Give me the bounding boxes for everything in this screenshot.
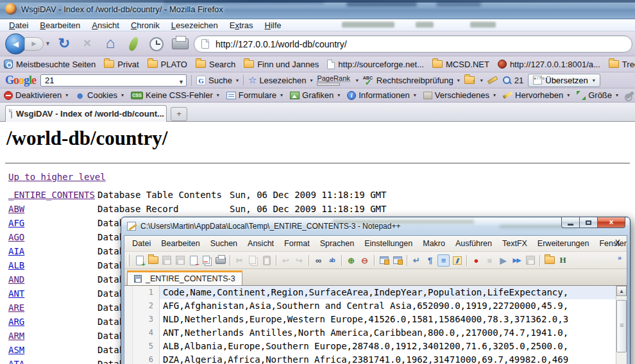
scrollbar-thumb[interactable]	[616, 300, 627, 352]
np-menu-einstellungen[interactable]: Einstellungen	[359, 238, 418, 249]
listing-link[interactable]: ATA	[8, 359, 24, 364]
redo-icon[interactable]: ↪	[293, 254, 305, 267]
editor-line[interactable]: 2AFG,Afghanistan,Asia,Southern and Centr…	[133, 299, 616, 313]
np-menu-datei[interactable]: Datei	[127, 238, 156, 249]
editor-line[interactable]: 1Code,Name,Continent,Region,SurfaceArea,…	[133, 286, 616, 299]
google-bookmarks-button[interactable]: ☆Lesezeichen▾	[248, 74, 312, 86]
new-file-icon[interactable]: +	[133, 254, 146, 267]
editor-scrollbar[interactable]: ▲	[616, 286, 627, 364]
paste-icon[interactable]	[260, 254, 273, 267]
webdev-item-outline[interactable]: Hervorheben▾	[503, 90, 570, 100]
notepad-menu-close[interactable]: X	[615, 238, 620, 247]
leaf-extension-icon[interactable]	[128, 36, 140, 52]
toolbar-overflow-icon[interactable]: »	[618, 254, 622, 261]
find-icon[interactable]: ∞	[312, 254, 325, 267]
np-menu-suchen[interactable]: Suchen	[205, 238, 242, 249]
open-containing-folder-icon[interactable]	[543, 254, 555, 267]
listing-link[interactable]: AFG	[8, 218, 24, 228]
np-menu-makro[interactable]: Makro	[418, 238, 450, 249]
play-macro-icon[interactable]: ▶	[497, 254, 509, 267]
np-menu-fenster[interactable]: Fenster	[594, 238, 631, 249]
editor-line[interactable]: 6DZA,Algeria,Africa,Northern Africa,2381…	[133, 353, 616, 364]
stop-button[interactable]: ×	[78, 35, 96, 51]
editor-line[interactable]: 5ALB,Albania,Europe,Southern Europe,2874…	[133, 340, 616, 353]
zoom-in-icon[interactable]: ⊕	[345, 254, 357, 267]
np-menu-textfx[interactable]: TextFX	[497, 238, 532, 249]
maximize-button[interactable]	[579, 217, 597, 228]
save-all-icon[interactable]	[174, 254, 186, 267]
bookmark-item[interactable]: MCSD.NET	[432, 60, 489, 69]
reload-button[interactable]: ↻	[55, 35, 73, 52]
cut-icon[interactable]: ✂	[233, 254, 246, 267]
listing-link[interactable]: AIA	[8, 246, 24, 256]
listing-link[interactable]: ANT	[8, 288, 24, 299]
np-menu-bearbeiten[interactable]: Bearbeiten	[156, 238, 205, 249]
chevron-down-icon[interactable]: ▾	[480, 78, 483, 83]
listing-link[interactable]: AGO	[8, 232, 24, 242]
np-menu-?[interactable]: ?	[632, 238, 635, 249]
webdev-item-css[interactable]: CSSKeine CSS-Fehler▾	[131, 90, 219, 100]
replace-icon[interactable]: ab	[326, 254, 338, 267]
listing-link[interactable]: ASM	[8, 345, 24, 355]
notepad-window[interactable]: C:\Users\Martin\AppData\Local\Temp\_ENTI…	[121, 217, 631, 364]
listing-link[interactable]: ABW	[8, 204, 24, 214]
webdev-item-forms[interactable]: Formulare▾	[226, 90, 283, 100]
np-menu-sprachen[interactable]: Sprachen	[315, 238, 360, 249]
np-menu-erweiterungen[interactable]: Erweiterungen	[532, 238, 595, 249]
show-symbols-icon[interactable]: ¶	[424, 254, 436, 267]
bookmark-item[interactable]: http://127.0.0.1:8001/a...	[498, 60, 600, 69]
np-menu-ansicht[interactable]: Ansicht	[242, 238, 279, 249]
listing-link[interactable]: _ENTIRE_CONTENTS	[8, 190, 95, 200]
save-macro-icon[interactable]	[524, 254, 536, 267]
run-macro-multi-icon[interactable]: ▶▶	[511, 254, 523, 267]
listing-link[interactable]: ALB	[8, 260, 24, 270]
webdev-item-disable[interactable]: Deaktivieren▾	[4, 90, 68, 100]
listing-link[interactable]: ARG	[8, 317, 24, 327]
pagerank-widget[interactable]: PageRank	[317, 75, 350, 86]
translate-button[interactable]: a í 7 öÜbersetzen▾	[528, 74, 600, 87]
webdev-item-misc[interactable]: Verschiedenes▾	[423, 90, 496, 100]
doc-map-icon[interactable]	[451, 254, 463, 267]
up-to-higher-level-link[interactable]: Up to higher level	[8, 172, 106, 182]
find-count-button[interactable]: 21	[502, 76, 523, 85]
copy-icon[interactable]	[247, 254, 259, 267]
stop-macro-icon[interactable]: ■	[484, 254, 496, 267]
sync-horizontal-icon[interactable]	[391, 254, 403, 267]
spellcheck-button[interactable]: ABC✓Rechtschreibprüfung▾	[363, 76, 460, 85]
history-clock-icon[interactable]	[149, 37, 164, 51]
indent-guide-icon[interactable]: ≡	[437, 254, 450, 267]
word-wrap-icon[interactable]: ↵	[411, 254, 423, 267]
close-all-docs-icon[interactable]: –	[201, 254, 213, 267]
listing-link[interactable]: ARE	[8, 302, 24, 313]
notepad-titlebar[interactable]: C:\Users\Martin\AppData\Local\Temp\_ENTI…	[121, 217, 630, 235]
bookmark-item[interactable]: Finn und Jannes	[244, 60, 319, 69]
menu-datei[interactable]: Datei	[4, 20, 33, 31]
webdev-item-info[interactable]: iInformationen▾	[347, 90, 416, 100]
save-icon[interactable]	[160, 254, 173, 267]
print-button[interactable]	[172, 38, 189, 49]
notepad-editor[interactable]: 1Code,Name,Continent,Region,SurfaceArea,…	[124, 285, 627, 364]
bookmark-item[interactable]: Privat	[104, 60, 139, 69]
url-text[interactable]: http://127.0.0.1/world-db/country/	[216, 39, 347, 49]
history-dropdown-icon[interactable]: ▼	[45, 40, 51, 47]
webdev-item-images[interactable]: Grafiken▾	[290, 90, 340, 100]
editor-text-area[interactable]: 1Code,Name,Continent,Region,SurfaceArea,…	[133, 286, 616, 364]
np-menu-ausfhren[interactable]: Ausführen	[450, 238, 497, 249]
bookmark-item[interactable]: Tree Samples	[609, 60, 635, 69]
bookmark-item[interactable]: http://sourceforge.net...	[327, 60, 424, 69]
sync-vertical-icon[interactable]	[378, 254, 390, 267]
zoom-out-icon[interactable]: ⊖	[359, 254, 371, 267]
html-view-icon[interactable]: H	[557, 254, 569, 267]
back-button[interactable]: ◄	[5, 33, 26, 54]
chevron-down-icon[interactable]: ▾	[356, 78, 359, 83]
url-bar[interactable]: http://127.0.0.1/world-db/country/	[194, 35, 632, 53]
webdev-item-resize[interactable]: Größe▾	[577, 90, 618, 100]
np-menu-format[interactable]: Format	[279, 238, 315, 249]
editor-line[interactable]: 4ANT,Netherlands Antilles,North America,…	[133, 326, 616, 340]
menu-lesezeichen[interactable]: Lesezeichen	[166, 20, 223, 31]
webdev-item-tools[interactable]: Extras▾	[625, 90, 635, 100]
menu-extras[interactable]: Extras	[224, 20, 258, 31]
google-search-input[interactable]: 21▼	[40, 74, 187, 87]
menu-bearbeiten[interactable]: Bearbeiten	[35, 20, 85, 31]
minimize-button[interactable]	[561, 217, 579, 228]
